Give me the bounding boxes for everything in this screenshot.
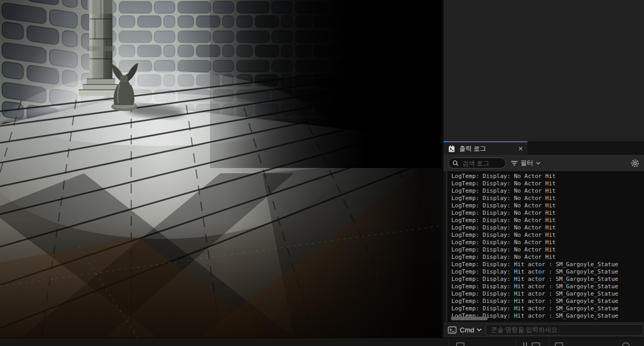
log-line: LogTemp: Display: Hit actor : SM_Gargoyl… bbox=[451, 268, 644, 276]
tab-close-icon[interactable] bbox=[518, 146, 523, 151]
revision-control-icon[interactable] bbox=[622, 342, 630, 346]
log-line: LogTemp: Display: No Actor Hit bbox=[451, 232, 644, 239]
log-line: LogTemp: Display: Hit actor : SM_Gargoyl… bbox=[451, 276, 644, 283]
log-output[interactable]: LogTemp: Display: No Actor HitLogTemp: D… bbox=[447, 171, 644, 321]
viewport-3d[interactable] bbox=[0, 0, 441, 338]
log-line: LogTemp: Display: Hit actor : SM_Gargoyl… bbox=[451, 261, 644, 268]
console-row: Cmd bbox=[444, 321, 644, 338]
log-line: LogTemp: Display: No Actor Hit bbox=[451, 254, 644, 261]
log-line: LogTemp: Display: No Actor Hit bbox=[451, 180, 644, 187]
search-input[interactable] bbox=[461, 159, 502, 167]
log-line: LogTemp: Display: No Actor Hit bbox=[451, 209, 644, 217]
output-log-panel: 출력 로그 필터 bbox=[444, 0, 644, 338]
chevron-down-icon bbox=[477, 328, 482, 332]
log-line: LogTemp: Display: Hit actor : SM_Gargoyl… bbox=[451, 298, 644, 305]
log-horizontal-scrollbar[interactable] bbox=[451, 317, 488, 320]
cmd-status-icon[interactable] bbox=[532, 342, 540, 346]
log-line: LogTemp: Display: Hit actor : SM_Gargoyl… bbox=[451, 283, 644, 290]
log-line: LogTemp: Display: No Actor Hit bbox=[451, 224, 644, 232]
filter-icon bbox=[511, 160, 518, 166]
tab-output-log[interactable]: 출력 로그 bbox=[444, 141, 527, 155]
log-line: LogTemp: Display: Hit actor : SM_Gargoyl… bbox=[451, 305, 644, 312]
terminal-icon bbox=[448, 326, 457, 334]
log-lines: LogTemp: Display: No Actor HitLogTemp: D… bbox=[451, 173, 644, 320]
log-line: LogTemp: Display: No Actor Hit bbox=[451, 217, 644, 224]
log-line: LogTemp: Display: No Actor Hit bbox=[451, 202, 644, 209]
log-line: LogTemp: Display: No Actor Hit bbox=[451, 173, 644, 180]
log-toolbar: 필터 bbox=[444, 155, 644, 171]
output-log-icon bbox=[448, 145, 456, 153]
empty-panel-area bbox=[444, 0, 644, 141]
filter-button[interactable]: 필터 bbox=[511, 159, 541, 167]
statusbar-separator bbox=[516, 338, 516, 346]
log-wrap: LogTemp: Display: No Actor HitLogTemp: D… bbox=[444, 171, 644, 321]
status-bar bbox=[0, 338, 644, 346]
drawer-status-icon[interactable] bbox=[555, 342, 563, 346]
tab-title: 출력 로그 bbox=[459, 144, 514, 153]
search-icon bbox=[452, 160, 459, 166]
log-line: LogTemp: Display: No Actor Hit bbox=[451, 239, 644, 246]
statusbar-separator bbox=[549, 338, 550, 346]
gear-icon[interactable] bbox=[631, 159, 639, 167]
chevron-down-icon bbox=[536, 162, 541, 165]
console-command-input[interactable] bbox=[485, 324, 644, 335]
log-line: LogTemp: Display: No Actor Hit bbox=[451, 187, 644, 195]
tab-bar: 출력 로그 bbox=[444, 141, 644, 155]
log-line: LogTemp: Display: No Actor Hit bbox=[451, 195, 644, 202]
output-log-status-icon[interactable] bbox=[523, 342, 527, 346]
log-line: LogTemp: Display: Hit actor : SM_Gargoyl… bbox=[451, 290, 644, 298]
log-line: LogTemp: Display: No Actor Hit bbox=[451, 246, 644, 254]
dungeon-scene bbox=[0, 0, 441, 338]
cmd-selector[interactable]: Cmd bbox=[448, 326, 482, 334]
filter-label: 필터 bbox=[521, 159, 533, 167]
statusbar-separator bbox=[449, 338, 449, 346]
content-drawer-icon[interactable] bbox=[456, 342, 464, 346]
search-box[interactable] bbox=[448, 158, 506, 169]
darkness-overlay bbox=[210, 0, 441, 168]
cmd-label: Cmd bbox=[460, 326, 474, 334]
unreal-editor-window: 출력 로그 필터 bbox=[0, 0, 644, 346]
